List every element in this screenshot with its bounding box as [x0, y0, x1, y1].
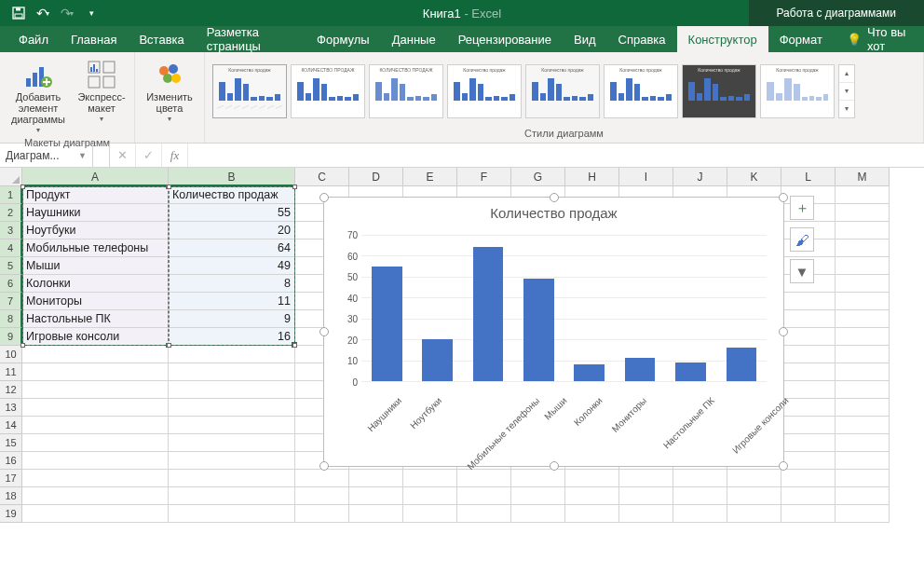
- cell[interactable]: [836, 434, 890, 452]
- customize-qat-button[interactable]: ▾: [80, 2, 102, 24]
- cell[interactable]: [619, 505, 673, 523]
- cell[interactable]: [836, 505, 890, 523]
- cell[interactable]: Игровые консоли: [22, 328, 169, 346]
- bar[interactable]: [372, 267, 402, 381]
- column-header[interactable]: B: [169, 168, 295, 186]
- tab-format[interactable]: Формат: [768, 26, 834, 52]
- cell[interactable]: Количество продаж: [169, 186, 295, 204]
- cell[interactable]: [22, 381, 169, 399]
- cell[interactable]: [781, 328, 836, 346]
- formula-input[interactable]: [188, 144, 924, 167]
- column-header[interactable]: K: [727, 168, 781, 186]
- cell[interactable]: [781, 363, 836, 381]
- row-header[interactable]: 4: [0, 239, 22, 257]
- cell[interactable]: [403, 505, 457, 523]
- cell[interactable]: [836, 399, 890, 417]
- column-header[interactable]: E: [403, 168, 457, 186]
- cell[interactable]: [295, 470, 349, 487]
- cell[interactable]: [457, 487, 511, 505]
- quick-layout-button[interactable]: Экспресс-макет ▾: [75, 56, 129, 124]
- cell[interactable]: [457, 505, 511, 523]
- redo-button[interactable]: ↷▾: [56, 2, 78, 24]
- cell[interactable]: Мониторы: [22, 293, 169, 310]
- chart-style-4[interactable]: Количество продаж: [447, 64, 522, 118]
- row-header[interactable]: 8: [0, 310, 22, 328]
- cell[interactable]: [169, 363, 295, 381]
- cell[interactable]: [836, 381, 890, 399]
- cell[interactable]: 16: [169, 328, 295, 346]
- cell[interactable]: [169, 434, 295, 452]
- cell[interactable]: [836, 452, 890, 470]
- row-header[interactable]: 16: [0, 452, 22, 470]
- cell[interactable]: [673, 470, 727, 487]
- cell[interactable]: 64: [169, 239, 295, 257]
- cell[interactable]: [22, 470, 169, 487]
- tab-file[interactable]: Файл: [7, 26, 60, 52]
- resize-handle[interactable]: [319, 327, 329, 336]
- cell[interactable]: [727, 505, 781, 523]
- cell[interactable]: [457, 470, 511, 487]
- cell[interactable]: [836, 487, 890, 505]
- cell[interactable]: 55: [169, 204, 295, 222]
- cell[interactable]: [169, 452, 295, 470]
- cell[interactable]: [169, 381, 295, 399]
- cell[interactable]: [673, 505, 727, 523]
- chart-style-1[interactable]: Количество продаж: [212, 64, 287, 118]
- bar-series[interactable]: [361, 235, 767, 381]
- plot-area[interactable]: [361, 235, 767, 382]
- cell[interactable]: [169, 417, 295, 434]
- cell[interactable]: [22, 399, 169, 417]
- bar[interactable]: [625, 358, 656, 381]
- cell[interactable]: [781, 346, 836, 363]
- cell[interactable]: [565, 505, 619, 523]
- cell[interactable]: Мыши: [22, 257, 169, 275]
- cell[interactable]: [22, 487, 169, 505]
- column-header[interactable]: F: [457, 168, 511, 186]
- cell[interactable]: [511, 505, 565, 523]
- resize-handle[interactable]: [779, 193, 788, 202]
- cell[interactable]: 8: [169, 275, 295, 293]
- tab-review[interactable]: Рецензирование: [447, 26, 563, 52]
- cell[interactable]: [781, 505, 836, 523]
- cell[interactable]: Колонки: [22, 275, 169, 293]
- row-header[interactable]: 6: [0, 275, 22, 293]
- row-header[interactable]: 11: [0, 363, 22, 381]
- column-header[interactable]: M: [836, 168, 890, 186]
- resize-handle[interactable]: [319, 461, 329, 471]
- row-header[interactable]: 1: [0, 186, 22, 204]
- cell[interactable]: Продукт: [22, 186, 169, 204]
- add-chart-element-button[interactable]: Добавить элемент диаграммы ▾: [6, 56, 71, 135]
- cell[interactable]: [511, 470, 565, 487]
- resize-handle[interactable]: [319, 193, 329, 202]
- column-header[interactable]: J: [673, 168, 727, 186]
- chart-style-2[interactable]: КОЛИЧЕСТВО ПРОДАЖ: [291, 64, 365, 118]
- cell[interactable]: [836, 310, 890, 328]
- enter-button[interactable]: ✓: [136, 144, 162, 167]
- row-header[interactable]: 13: [0, 399, 22, 417]
- tab-help[interactable]: Справка: [607, 26, 677, 52]
- row-header[interactable]: 7: [0, 293, 22, 310]
- row-header[interactable]: 5: [0, 257, 22, 275]
- cell[interactable]: [619, 470, 673, 487]
- cell[interactable]: Наушники: [22, 204, 169, 222]
- cell[interactable]: [22, 434, 169, 452]
- cell[interactable]: [836, 257, 890, 275]
- cell[interactable]: [727, 470, 781, 487]
- cell[interactable]: [727, 487, 781, 505]
- resize-handle[interactable]: [779, 327, 788, 336]
- chart-filters-button[interactable]: ▼: [790, 259, 814, 283]
- tell-me-search[interactable]: 💡 Что вы хот: [834, 26, 924, 52]
- cell[interactable]: [836, 346, 890, 363]
- column-header[interactable]: D: [349, 168, 403, 186]
- cell[interactable]: [836, 222, 890, 239]
- column-header[interactable]: L: [781, 168, 836, 186]
- cell[interactable]: Ноутбуки: [22, 222, 169, 239]
- cell[interactable]: [565, 470, 619, 487]
- embedded-chart[interactable]: Количество продаж 010203040506070 Наушни…: [323, 197, 784, 467]
- bar[interactable]: [574, 364, 605, 381]
- save-button[interactable]: [7, 2, 30, 24]
- bar[interactable]: [473, 247, 504, 381]
- row-header[interactable]: 10: [0, 346, 22, 363]
- row-header[interactable]: 18: [0, 487, 22, 505]
- resize-handle[interactable]: [550, 193, 559, 202]
